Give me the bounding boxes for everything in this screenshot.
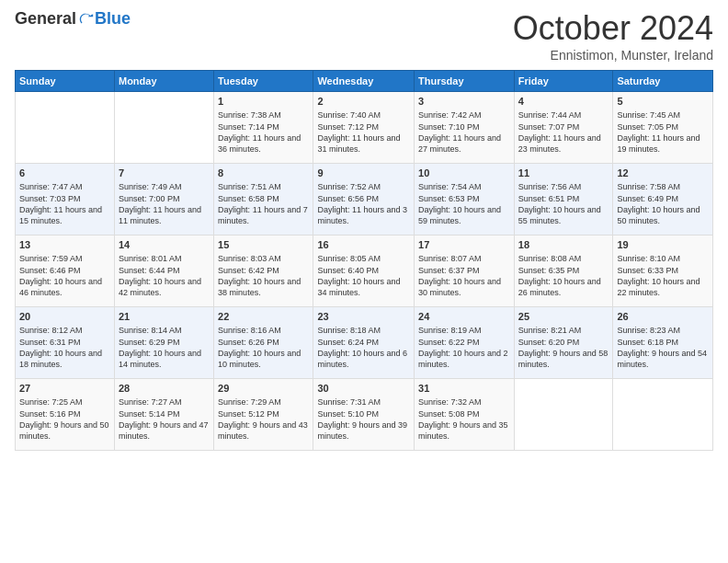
day-content: Sunrise: 7:31 AMSunset: 5:10 PMDaylight:… [317,396,410,442]
calendar-table: SundayMondayTuesdayWednesdayThursdayFrid… [15,70,713,451]
calendar-cell: 9Sunrise: 7:52 AMSunset: 6:56 PMDaylight… [313,164,415,236]
day-content: Sunrise: 7:44 AMSunset: 7:07 PMDaylight:… [518,109,609,155]
calendar-cell: 23Sunrise: 8:18 AMSunset: 6:24 PMDayligh… [313,307,415,379]
day-content: Sunrise: 7:58 AMSunset: 6:49 PMDaylight:… [617,181,709,226]
day-number: 29 [218,382,309,396]
calendar-cell: 8Sunrise: 7:51 AMSunset: 6:58 PMDaylight… [214,164,313,236]
day-content: Sunrise: 7:51 AMSunset: 6:58 PMDaylight:… [218,181,309,226]
calendar-cell: 14Sunrise: 8:01 AMSunset: 6:44 PMDayligh… [114,236,213,307]
day-number: 8 [218,167,309,180]
calendar-cell: 3Sunrise: 7:42 AMSunset: 7:10 PMDaylight… [415,92,515,164]
day-number: 6 [19,167,110,180]
day-content: Sunrise: 7:42 AMSunset: 7:10 PMDaylight:… [418,109,510,155]
day-content: Sunrise: 8:10 AMSunset: 6:33 PMDaylight:… [617,253,709,298]
day-number: 22 [218,310,309,324]
calendar-cell: 24Sunrise: 8:19 AMSunset: 6:22 PMDayligh… [415,307,515,379]
day-number: 4 [518,95,609,109]
calendar-cell: 6Sunrise: 7:47 AMSunset: 7:03 PMDaylight… [16,164,115,236]
day-number: 28 [119,382,210,396]
logo-general: General [15,9,76,29]
day-content: Sunrise: 8:07 AMSunset: 6:37 PMDaylight:… [418,253,510,298]
calendar-week-5: 27Sunrise: 7:25 AMSunset: 5:16 PMDayligh… [16,379,713,451]
calendar-cell: 7Sunrise: 7:49 AMSunset: 7:00 PMDaylight… [114,164,213,236]
day-content: Sunrise: 8:03 AMSunset: 6:42 PMDaylight:… [218,253,309,298]
day-number: 18 [518,238,609,252]
calendar-cell: 31Sunrise: 7:32 AMSunset: 5:08 PMDayligh… [415,379,515,451]
day-content: Sunrise: 8:01 AMSunset: 6:44 PMDaylight:… [119,253,210,298]
day-header-monday: Monday [114,71,213,92]
calendar-cell: 28Sunrise: 7:27 AMSunset: 5:14 PMDayligh… [114,379,213,451]
day-header-tuesday: Tuesday [214,71,313,92]
day-number: 9 [317,167,410,180]
day-number: 19 [617,238,709,252]
calendar-cell [114,92,213,164]
logo-text: General Blue [15,9,131,29]
day-number: 21 [119,310,210,324]
day-header-saturday: Saturday [613,71,713,92]
day-number: 11 [518,167,609,180]
day-content: Sunrise: 7:47 AMSunset: 7:03 PMDaylight:… [19,181,110,226]
day-content: Sunrise: 7:40 AMSunset: 7:12 PMDaylight:… [317,109,410,155]
calendar-cell: 10Sunrise: 7:54 AMSunset: 6:53 PMDayligh… [415,164,515,236]
calendar-cell: 18Sunrise: 8:08 AMSunset: 6:35 PMDayligh… [514,236,613,307]
calendar-week-1: 1Sunrise: 7:38 AMSunset: 7:14 PMDaylight… [16,92,713,164]
day-content: Sunrise: 8:05 AMSunset: 6:40 PMDaylight:… [317,253,410,298]
month-title: October 2024 [513,9,713,48]
day-content: Sunrise: 8:16 AMSunset: 6:26 PMDaylight:… [218,325,309,370]
calendar-cell: 4Sunrise: 7:44 AMSunset: 7:07 PMDaylight… [514,92,613,164]
day-number: 15 [218,238,309,252]
calendar-cell [16,92,115,164]
day-content: Sunrise: 8:18 AMSunset: 6:24 PMDaylight:… [317,325,410,370]
calendar-cell: 2Sunrise: 7:40 AMSunset: 7:12 PMDaylight… [313,92,415,164]
location-subtitle: Ennistimon, Munster, Ireland [513,48,713,63]
day-content: Sunrise: 8:08 AMSunset: 6:35 PMDaylight:… [518,253,609,298]
day-number: 20 [19,310,110,324]
day-number: 13 [19,238,110,252]
day-number: 10 [418,167,510,180]
day-number: 27 [19,382,110,396]
day-header-friday: Friday [514,71,613,92]
day-number: 30 [317,382,410,396]
day-content: Sunrise: 8:14 AMSunset: 6:29 PMDaylight:… [119,325,210,370]
header-row: SundayMondayTuesdayWednesdayThursdayFrid… [16,71,713,92]
calendar-cell: 20Sunrise: 8:12 AMSunset: 6:31 PMDayligh… [16,307,115,379]
day-content: Sunrise: 8:19 AMSunset: 6:22 PMDaylight:… [418,325,510,370]
calendar-cell: 17Sunrise: 8:07 AMSunset: 6:37 PMDayligh… [415,236,515,307]
day-content: Sunrise: 7:45 AMSunset: 7:05 PMDaylight:… [617,109,709,155]
calendar-week-4: 20Sunrise: 8:12 AMSunset: 6:31 PMDayligh… [16,307,713,379]
calendar-cell: 25Sunrise: 8:21 AMSunset: 6:20 PMDayligh… [514,307,613,379]
calendar-cell: 19Sunrise: 8:10 AMSunset: 6:33 PMDayligh… [613,236,713,307]
day-content: Sunrise: 7:29 AMSunset: 5:12 PMDaylight:… [218,396,309,442]
day-number: 16 [317,238,410,252]
logo-bird-icon [78,11,95,28]
day-number: 31 [418,382,510,396]
calendar-cell: 15Sunrise: 8:03 AMSunset: 6:42 PMDayligh… [214,236,313,307]
calendar-cell: 21Sunrise: 8:14 AMSunset: 6:29 PMDayligh… [114,307,213,379]
day-content: Sunrise: 7:59 AMSunset: 6:46 PMDaylight:… [19,253,110,298]
calendar-week-2: 6Sunrise: 7:47 AMSunset: 7:03 PMDaylight… [16,164,713,236]
day-header-thursday: Thursday [415,71,515,92]
calendar-cell [613,379,713,451]
day-header-sunday: Sunday [16,71,115,92]
day-number: 5 [617,95,709,109]
calendar-cell [514,379,613,451]
day-number: 14 [119,238,210,252]
calendar-cell: 13Sunrise: 7:59 AMSunset: 6:46 PMDayligh… [16,236,115,307]
calendar-cell: 22Sunrise: 8:16 AMSunset: 6:26 PMDayligh… [214,307,313,379]
calendar-cell: 5Sunrise: 7:45 AMSunset: 7:05 PMDaylight… [613,92,713,164]
calendar-cell: 11Sunrise: 7:56 AMSunset: 6:51 PMDayligh… [514,164,613,236]
calendar-cell: 27Sunrise: 7:25 AMSunset: 5:16 PMDayligh… [16,379,115,451]
page-container: General Blue October 2024 Ennistimon, Mu… [0,0,728,460]
calendar-cell: 26Sunrise: 8:23 AMSunset: 6:18 PMDayligh… [613,307,713,379]
day-content: Sunrise: 7:25 AMSunset: 5:16 PMDaylight:… [19,396,110,442]
day-number: 24 [418,310,510,324]
day-content: Sunrise: 7:49 AMSunset: 7:00 PMDaylight:… [119,181,210,226]
day-content: Sunrise: 7:32 AMSunset: 5:08 PMDaylight:… [418,396,510,442]
day-number: 3 [418,95,510,109]
calendar-body: 1Sunrise: 7:38 AMSunset: 7:14 PMDaylight… [16,92,713,451]
day-content: Sunrise: 8:21 AMSunset: 6:20 PMDaylight:… [518,325,609,370]
day-number: 17 [418,238,510,252]
calendar-cell: 12Sunrise: 7:58 AMSunset: 6:49 PMDayligh… [613,164,713,236]
day-number: 2 [317,95,410,109]
calendar-cell: 16Sunrise: 8:05 AMSunset: 6:40 PMDayligh… [313,236,415,307]
